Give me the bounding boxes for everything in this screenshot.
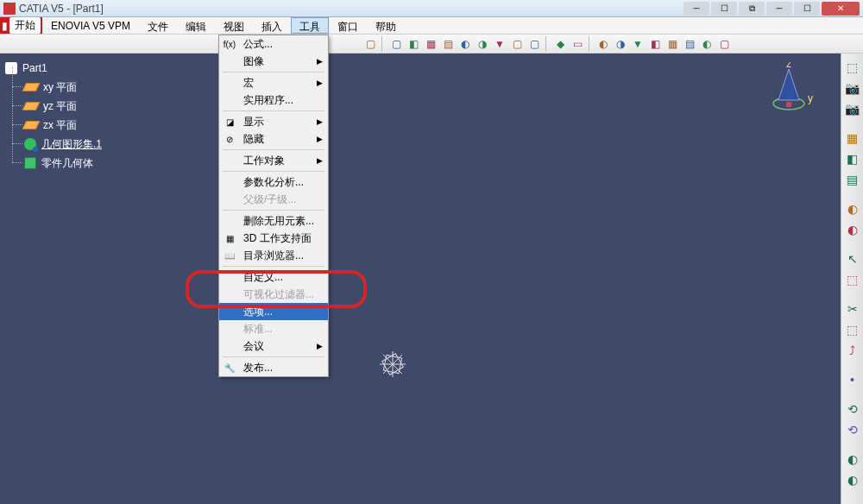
- menu-entry[interactable]: 工作对象▶: [219, 152, 328, 169]
- side-tool-icon[interactable]: ⟲: [844, 421, 861, 438]
- minimize-button[interactable]: ─: [683, 2, 709, 16]
- side-tool-icon[interactable]: 📷: [844, 79, 861, 97]
- tree-root-label: Part1: [22, 62, 47, 74]
- toolbar-icon[interactable]: ▢: [509, 36, 525, 52]
- menu-entry[interactable]: ◪显示▶: [219, 113, 328, 130]
- toolbar-icon[interactable]: ▢: [388, 36, 404, 52]
- toolbar-icon[interactable]: ▦: [423, 36, 438, 52]
- menu-entry-label: 工作对象: [243, 154, 285, 168]
- viewport[interactable]: Part1 xy 平面yz 平面zx 平面几何图形集.1零件几何体 z y: [0, 54, 841, 504]
- toolbar-icon[interactable]: ▭: [570, 36, 585, 52]
- toolbar-icon[interactable]: ▦: [665, 36, 680, 52]
- tree-node[interactable]: 几何图形集.1: [24, 135, 102, 154]
- menu-entry-label: 隐藏: [243, 132, 264, 147]
- menu-entry-label: 发布...: [243, 361, 273, 375]
- plane-icon: [22, 83, 41, 91]
- plane-icon: [22, 102, 41, 110]
- child-minimize-button[interactable]: ─: [766, 2, 792, 16]
- tree-node[interactable]: 零件几何体: [24, 154, 102, 173]
- toolbar-icon[interactable]: ▼: [492, 36, 507, 52]
- menu-entry[interactable]: 🔧发布...: [219, 359, 328, 376]
- svg-text:z: z: [786, 62, 791, 70]
- menu-item[interactable]: 编辑: [177, 17, 215, 34]
- part-icon: [5, 62, 17, 74]
- menu-entry-label: 图像: [243, 54, 264, 69]
- menu-entry[interactable]: 实用程序...: [219, 91, 328, 109]
- tree-node[interactable]: yz 平面: [24, 97, 102, 116]
- side-tool-icon[interactable]: ▤: [844, 171, 861, 188]
- menu-item[interactable]: ENOVIA V5 VPM: [42, 17, 139, 34]
- menu-item[interactable]: 窗口: [329, 17, 367, 34]
- app-icon: [3, 3, 16, 15]
- menu-entry[interactable]: 图像▶: [219, 53, 328, 70]
- toolbar-icon[interactable]: ◐: [457, 36, 473, 52]
- menu-entry-icon: ◪: [223, 115, 236, 129]
- toolbar-icon[interactable]: ▤: [682, 36, 697, 52]
- toolbar-icon[interactable]: ▼: [630, 36, 646, 52]
- toolbar-icon[interactable]: ◐: [595, 36, 611, 52]
- side-tool-icon[interactable]: ◐: [844, 471, 861, 488]
- side-tool-icon[interactable]: ↖: [844, 250, 861, 268]
- menu-entry[interactable]: 📖目录浏览器...: [219, 247, 328, 264]
- body-icon: [24, 157, 36, 169]
- menu-entry[interactable]: ⊘隐藏▶: [219, 130, 328, 148]
- menu-entry-icon: ▦: [223, 231, 236, 245]
- side-tool-icon[interactable]: ✂: [844, 300, 861, 318]
- side-tool-icon[interactable]: ⬚: [844, 321, 861, 338]
- window-controls: ─ ☐ ⧉ ─ ☐ ✕: [683, 2, 860, 16]
- svg-marker-1: [778, 69, 799, 100]
- menu-entry-icon: ⊘: [223, 132, 236, 146]
- menu-item[interactable]: 工具: [291, 17, 329, 34]
- toolbar-icon[interactable]: ▢: [526, 36, 542, 52]
- child-maximize-button[interactable]: ☐: [794, 2, 820, 16]
- toolbar-icon[interactable]: ◧: [406, 36, 421, 52]
- side-tool-icon[interactable]: ◐: [844, 450, 861, 468]
- menu-entry-label: 删除无用元素...: [243, 214, 314, 229]
- menu-entry[interactable]: 删除无用元素...: [219, 212, 328, 230]
- side-tool-icon[interactable]: ⤴: [844, 342, 861, 359]
- side-tool-icon[interactable]: ◐: [844, 221, 861, 238]
- toolbar-icon[interactable]: ◑: [613, 36, 628, 52]
- restore-button[interactable]: ⧉: [739, 2, 765, 16]
- menu-entry[interactable]: 宏▶: [219, 74, 328, 91]
- side-tool-icon[interactable]: 📷: [844, 100, 861, 117]
- menu-entry[interactable]: 自定义...: [219, 268, 328, 286]
- toolbar-icon[interactable]: ◑: [475, 36, 490, 52]
- tree-node[interactable]: xy 平面: [24, 78, 102, 97]
- menu-entry[interactable]: 选项...: [219, 303, 328, 320]
- menu-entry[interactable]: 参数化分析...: [219, 173, 328, 191]
- compass-widget[interactable]: z y: [763, 62, 815, 114]
- menu-entry[interactable]: 会议▶: [219, 337, 328, 355]
- side-tool-icon[interactable]: ◐: [844, 200, 861, 217]
- toolbar-icon[interactable]: ▢: [716, 36, 732, 52]
- tree-node-label: xy 平面: [43, 80, 77, 95]
- start-menu[interactable]: ▮ 开始: [0, 17, 42, 34]
- menu-entry-label: 父级/子级...: [243, 192, 296, 207]
- maximize-button[interactable]: ☐: [711, 2, 737, 16]
- toolbar-icon[interactable]: ◆: [552, 36, 568, 52]
- side-tool-icon[interactable]: •: [844, 371, 861, 388]
- toolbar-icon[interactable]: ◐: [699, 36, 715, 52]
- submenu-arrow-icon: ▶: [317, 135, 323, 143]
- tree-node[interactable]: zx 平面: [24, 116, 102, 135]
- menu-entry-label: 可视化过滤器...: [243, 287, 314, 302]
- side-tool-icon[interactable]: ⬚: [844, 271, 861, 288]
- menu-entry[interactable]: f(x)公式...: [219, 35, 328, 53]
- toolbar-icon[interactable]: ◧: [647, 36, 663, 52]
- side-tool-icon[interactable]: ⟲: [844, 400, 861, 418]
- tree-root[interactable]: Part1: [5, 59, 102, 78]
- menu-item[interactable]: 文件: [139, 17, 177, 34]
- menu-entry: 父级/子级...: [219, 191, 328, 208]
- menu-item[interactable]: 视图: [215, 17, 253, 34]
- specification-tree: Part1 xy 平面yz 平面zx 平面几何图形集.1零件几何体: [5, 59, 102, 173]
- close-button[interactable]: ✕: [822, 2, 860, 16]
- toolbar-icon[interactable]: ▤: [440, 36, 456, 52]
- side-tool-icon[interactable]: ◧: [844, 150, 861, 167]
- side-tool-icon[interactable]: ⬚: [844, 59, 861, 76]
- side-tool-icon[interactable]: ▦: [844, 129, 861, 147]
- toolbar-icon[interactable]: ▢: [362, 36, 378, 52]
- menu-item[interactable]: 插入: [253, 17, 291, 34]
- menu-item[interactable]: 帮助: [367, 17, 405, 34]
- origin-marker: [371, 343, 414, 386]
- menu-entry[interactable]: ▦3D 工作支持面: [219, 230, 328, 247]
